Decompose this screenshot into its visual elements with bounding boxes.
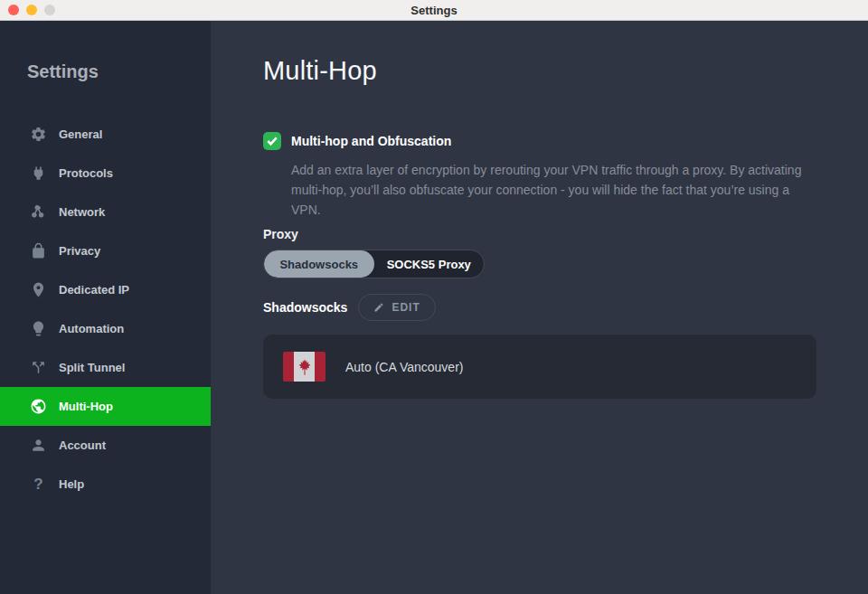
sidebar-item-help[interactable]: ? Help <box>0 465 211 504</box>
sidebar-item-protocols[interactable]: Protocols <box>0 154 211 193</box>
map-pin-icon <box>30 281 47 298</box>
globe-icon <box>30 398 47 415</box>
edit-button-label: EDIT <box>392 301 420 314</box>
canada-flag <box>283 352 326 382</box>
maple-leaf-icon <box>296 358 314 376</box>
sidebar-item-general[interactable]: General <box>0 115 211 154</box>
shadowsocks-label: Shadowsocks <box>263 300 347 315</box>
sidebar-item-automation[interactable]: Automation <box>0 309 211 348</box>
sidebar-item-label: Privacy <box>59 244 100 258</box>
shadowsocks-server-card[interactable]: Auto (CA Vancouver) <box>263 335 816 399</box>
main-content: Multi-Hop Multi-hop and Obfuscation Add … <box>211 21 868 594</box>
proxy-type-segmented-control: Shadowsocks SOCKS5 Proxy <box>263 250 485 278</box>
lock-icon <box>30 242 47 259</box>
sidebar-heading: Settings <box>0 61 211 82</box>
shadowsocks-row: Shadowsocks EDIT <box>263 294 818 321</box>
window-title: Settings <box>410 4 457 17</box>
sidebar-item-label: Help <box>59 477 84 491</box>
plug-icon <box>30 165 47 182</box>
sidebar-item-label: Protocols <box>59 166 113 180</box>
question-mark-icon: ? <box>30 476 47 493</box>
sidebar: Settings General Protocols <box>0 21 211 594</box>
lightbulb-icon <box>30 320 47 337</box>
multihop-obfuscation-label: Multi-hop and Obfuscation <box>291 134 451 148</box>
sidebar-nav: General Protocols Network <box>0 115 211 504</box>
sidebar-item-dedicated-ip[interactable]: Dedicated IP <box>0 270 211 309</box>
segment-socks5-proxy[interactable]: SOCKS5 Proxy <box>374 250 485 278</box>
edit-button[interactable]: EDIT <box>358 294 435 321</box>
titlebar: Settings <box>0 0 868 21</box>
sidebar-item-network[interactable]: Network <box>0 193 211 231</box>
zoom-button <box>44 5 55 15</box>
split-icon <box>30 359 47 376</box>
sidebar-item-multi-hop[interactable]: Multi-Hop <box>0 387 211 426</box>
proxy-label: Proxy <box>263 227 818 241</box>
segment-shadowsocks[interactable]: Shadowsocks <box>264 250 374 278</box>
sidebar-item-label: Split Tunnel <box>59 361 125 374</box>
sidebar-item-account[interactable]: Account <box>0 426 211 465</box>
app-body: Settings General Protocols <box>0 21 868 594</box>
multihop-obfuscation-setting: Multi-hop and Obfuscation <box>263 132 818 150</box>
sidebar-item-split-tunnel[interactable]: Split Tunnel <box>0 348 211 387</box>
page-title: Multi-Hop <box>263 56 818 86</box>
nodes-icon <box>30 203 47 221</box>
sidebar-item-label: General <box>59 127 102 141</box>
sidebar-item-label: Dedicated IP <box>59 283 129 297</box>
person-icon <box>30 437 47 454</box>
sidebar-item-label: Multi-Hop <box>59 400 113 413</box>
minimize-button[interactable] <box>26 5 37 15</box>
server-name: Auto (CA Vancouver) <box>345 360 463 374</box>
gear-icon <box>30 126 47 143</box>
traffic-lights <box>8 0 55 20</box>
settings-window: Settings Settings General Protocols <box>0 0 868 594</box>
pencil-icon <box>373 302 384 313</box>
sidebar-item-label: Network <box>59 205 105 219</box>
multihop-obfuscation-checkbox[interactable] <box>263 132 281 150</box>
sidebar-item-label: Automation <box>59 322 124 335</box>
checkmark-icon <box>267 136 278 146</box>
sidebar-item-privacy[interactable]: Privacy <box>0 231 211 270</box>
sidebar-item-label: Account <box>59 438 106 452</box>
close-button[interactable] <box>8 5 19 15</box>
multihop-description: Add an extra layer of encryption by rero… <box>291 160 818 220</box>
